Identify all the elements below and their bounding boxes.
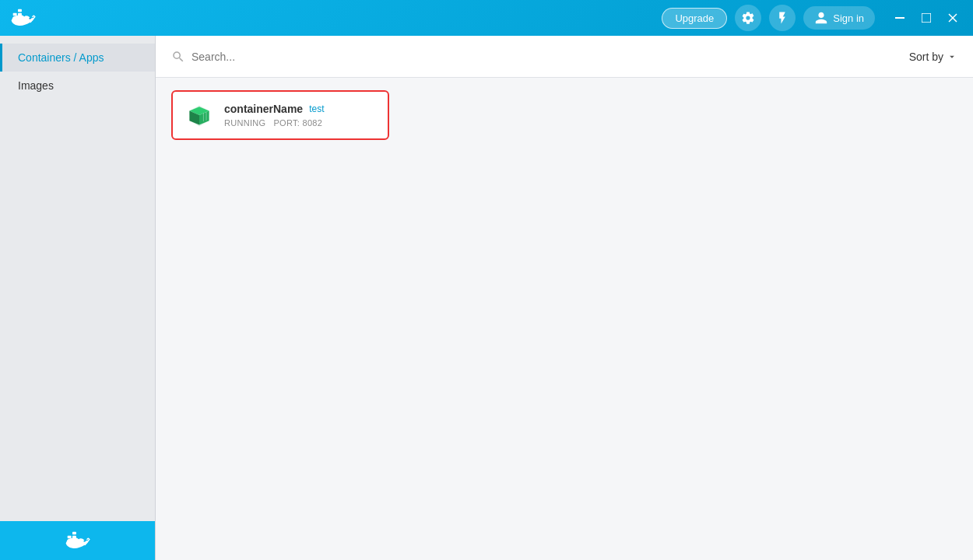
container-icon	[185, 101, 213, 129]
docker-whale-icon	[9, 7, 37, 29]
titlebar-right: Upgrade Sign in	[662, 5, 964, 31]
notifications-button[interactable]	[769, 5, 796, 31]
svg-rect-7	[895, 17, 905, 19]
search-icon	[171, 50, 185, 64]
sort-by-label: Sort by	[909, 51, 943, 63]
svg-rect-16	[72, 532, 76, 535]
svg-rect-8	[922, 13, 931, 23]
maximize-icon	[922, 13, 931, 23]
sort-by-button[interactable]: Sort by	[909, 51, 957, 63]
main-content: Sort by	[156, 36, 973, 560]
close-icon	[948, 13, 957, 23]
minimize-button[interactable]	[889, 7, 911, 29]
container-card[interactable]: containerName test RUNNING PORT: 8082	[171, 90, 389, 140]
chevron-down-icon	[947, 51, 957, 62]
titlebar: Upgrade Sign in	[0, 0, 973, 36]
sidebar: Containers / Apps Images	[0, 36, 156, 560]
settings-button[interactable]	[735, 5, 761, 31]
minimize-icon	[895, 17, 905, 19]
svg-rect-5	[18, 9, 22, 12]
gear-icon	[741, 11, 755, 25]
svg-rect-14	[67, 536, 71, 539]
sidebar-nav: Containers / Apps Images	[0, 36, 155, 107]
app-body: Containers / Apps Images	[0, 36, 973, 560]
container-list: containerName test RUNNING PORT: 8082	[156, 78, 973, 560]
close-button[interactable]	[942, 7, 964, 29]
maximize-button[interactable]	[915, 7, 937, 29]
sidebar-footer	[0, 521, 155, 560]
search-wrapper	[171, 50, 901, 64]
docker-logo	[9, 7, 37, 29]
docker-footer-icon	[64, 530, 92, 551]
titlebar-left	[9, 7, 37, 29]
container-box-icon	[185, 101, 213, 129]
container-meta: RUNNING PORT: 8082	[224, 118, 325, 128]
toolbar: Sort by	[156, 36, 973, 78]
user-icon	[814, 11, 828, 25]
lightning-icon	[775, 11, 789, 25]
signin-button[interactable]: Sign in	[803, 6, 875, 30]
window-controls	[889, 7, 964, 29]
sidebar-item-containers[interactable]: Containers / Apps	[0, 44, 155, 72]
container-name-row: containerName test	[224, 103, 325, 115]
container-status: RUNNING	[224, 118, 265, 128]
search-input[interactable]	[191, 51, 901, 63]
container-name: containerName	[224, 103, 303, 115]
container-tag: test	[309, 103, 324, 114]
signin-label: Sign in	[833, 12, 864, 24]
svg-rect-3	[13, 13, 17, 16]
upgrade-button[interactable]: Upgrade	[662, 8, 727, 29]
svg-point-17	[83, 541, 85, 542]
container-port: PORT: 8082	[273, 118, 322, 128]
container-info: containerName test RUNNING PORT: 8082	[224, 103, 325, 128]
svg-point-6	[29, 18, 30, 19]
sidebar-item-images[interactable]: Images	[0, 72, 155, 100]
